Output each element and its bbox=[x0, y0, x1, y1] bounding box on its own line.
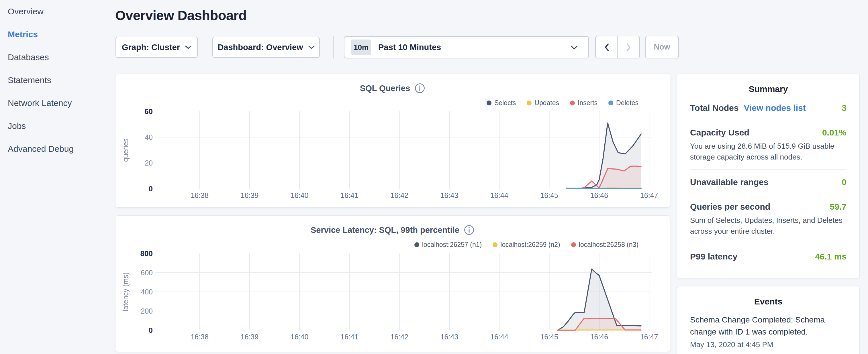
legend-dot-icon bbox=[414, 242, 419, 247]
now-button[interactable]: Now bbox=[645, 36, 679, 58]
dashboard-dropdown[interactable]: Dashboard: Overview bbox=[212, 37, 320, 58]
sidebar-item-overview[interactable]: Overview bbox=[0, 0, 115, 23]
events-heading: Events bbox=[690, 297, 846, 307]
chart-title: Service Latency: SQL, 99th percentile bbox=[311, 225, 459, 235]
legend-item: localhost:26257 (n1) bbox=[414, 241, 482, 249]
summary-section: Total NodesView nodes list3 bbox=[690, 94, 846, 120]
y-tick-label: 0 bbox=[149, 185, 153, 193]
sidebar-nav: OverviewMetricsDatabasesStatementsNetwor… bbox=[0, 0, 115, 354]
y-tick-label: 400 bbox=[141, 288, 153, 296]
sidebar-item-statements[interactable]: Statements bbox=[0, 69, 115, 92]
chevron-left-icon bbox=[604, 43, 609, 52]
x-tick-label: 16:46 bbox=[590, 333, 608, 341]
y-tick-label: 600 bbox=[141, 269, 153, 277]
x-tick-label: 16:45 bbox=[540, 191, 558, 199]
x-tick-label: 16:44 bbox=[490, 333, 508, 341]
legend-dot-icon bbox=[487, 100, 492, 105]
summary-heading: Summary bbox=[690, 84, 846, 94]
summary-label: P99 latency bbox=[690, 252, 737, 261]
chart-legend: localhost:26257 (n1)localhost:26259 (n2)… bbox=[403, 241, 639, 249]
chevron-down-icon bbox=[308, 45, 315, 49]
summary-section: Queries per second59.7Sum of Selects, Up… bbox=[690, 194, 846, 244]
x-tick-label: 16:38 bbox=[191, 333, 209, 341]
summary-value: 3 bbox=[842, 103, 846, 113]
chevron-down-icon bbox=[570, 45, 578, 50]
legend-dot-icon bbox=[527, 100, 532, 105]
legend-label: Deletes bbox=[616, 99, 639, 107]
y-tick-label: 60 bbox=[145, 107, 153, 116]
legend-dot-icon bbox=[493, 242, 497, 247]
summary-section: Unavailable ranges0 bbox=[690, 169, 846, 194]
summary-value: 0 bbox=[842, 177, 846, 187]
summary-value: 46.1 ms bbox=[815, 252, 846, 261]
legend-item: Deletes bbox=[608, 99, 639, 107]
legend-item: Selects bbox=[487, 99, 516, 107]
event-message: Schema Change Completed: Schema change w… bbox=[690, 314, 846, 338]
x-tick-label: 16:44 bbox=[490, 191, 508, 199]
sidebar-item-metrics[interactable]: Metrics bbox=[0, 23, 115, 46]
y-axis-unit-label: latency (ms) bbox=[122, 272, 129, 311]
x-tick-label: 16:39 bbox=[241, 191, 259, 199]
info-icon[interactable] bbox=[414, 83, 426, 94]
summary-value: 0.01% bbox=[822, 128, 846, 137]
view-nodes-list-link[interactable]: View nodes list bbox=[744, 103, 806, 113]
y-tick-label: 800 bbox=[141, 249, 153, 258]
x-tick-label: 16:45 bbox=[540, 333, 558, 341]
dashboard-dropdown-label: Dashboard: Overview bbox=[217, 43, 303, 52]
summary-value: 59.7 bbox=[830, 202, 846, 212]
time-step-buttons bbox=[595, 36, 640, 58]
y-tick-label: 0 bbox=[149, 326, 153, 334]
summary-section: P99 latency46.1 ms bbox=[690, 244, 846, 268]
time-forward-button[interactable] bbox=[618, 36, 639, 58]
time-window-label: Past 10 Minutes bbox=[378, 43, 441, 52]
x-tick-label: 16:47 bbox=[640, 333, 658, 341]
legend-label: localhost:26257 (n1) bbox=[422, 241, 482, 249]
summary-section: Capacity Used0.01%You are using 28.6 MiB… bbox=[690, 120, 846, 169]
summary-label: Capacity Used bbox=[690, 128, 749, 137]
time-window-picker[interactable]: 10m Past 10 Minutes bbox=[344, 36, 589, 58]
summary-panel: Summary Total NodesView nodes list3Capac… bbox=[677, 74, 860, 279]
x-tick-label: 16:42 bbox=[390, 333, 408, 341]
legend-label: Inserts bbox=[578, 99, 597, 107]
legend-item: localhost:26259 (n2) bbox=[493, 241, 560, 249]
x-tick-label: 16:47 bbox=[640, 191, 658, 199]
y-axis-unit-label: queries bbox=[122, 138, 129, 162]
y-tick-label: 20 bbox=[145, 159, 153, 167]
summary-label: Total Nodes bbox=[690, 103, 739, 113]
chart-legend: SelectsUpdatesInsertsDeletes bbox=[476, 99, 639, 107]
x-tick-label: 16:43 bbox=[440, 333, 459, 341]
chevron-right-icon bbox=[626, 43, 631, 52]
legend-item: Updates bbox=[527, 99, 559, 107]
chart-title: SQL Queries bbox=[360, 84, 410, 93]
event-timestamp: May 13, 2020 at 4:45 PM bbox=[690, 340, 846, 349]
service-latency-chart-card: Service Latency: SQL, 99th percentile lo… bbox=[115, 215, 670, 352]
sql-queries-chart-card: SQL Queries SelectsUpdatesInsertsDeletes… bbox=[115, 74, 670, 207]
x-tick-label: 16:43 bbox=[440, 191, 459, 199]
legend-item: Inserts bbox=[570, 99, 597, 107]
legend-label: Updates bbox=[534, 99, 559, 107]
time-back-button[interactable] bbox=[596, 36, 618, 58]
graph-scope-dropdown-label: Graph: Cluster bbox=[122, 43, 180, 52]
x-tick-label: 16:39 bbox=[241, 333, 259, 341]
sidebar-item-advanced-debug[interactable]: Advanced Debug bbox=[0, 137, 115, 160]
graph-scope-dropdown[interactable]: Graph: Cluster bbox=[116, 37, 198, 58]
legend-dot-icon bbox=[571, 242, 576, 247]
chevron-down-icon bbox=[185, 45, 191, 49]
sidebar-item-network-latency[interactable]: Network Latency bbox=[0, 92, 115, 115]
events-panel: Events Schema Change Completed: Schema c… bbox=[677, 286, 860, 354]
info-icon[interactable] bbox=[463, 224, 475, 236]
sidebar-item-jobs[interactable]: Jobs bbox=[0, 115, 115, 137]
toolbar-divider bbox=[333, 36, 334, 58]
summary-description: You are using 28.6 MiB of 515.9 GiB usab… bbox=[690, 141, 846, 162]
time-window-badge: 10m bbox=[351, 39, 371, 55]
summary-label: Unavailable ranges bbox=[690, 177, 768, 187]
legend-dot-icon bbox=[608, 100, 613, 105]
sidebar-item-databases[interactable]: Databases bbox=[0, 46, 115, 69]
y-tick-label: 40 bbox=[145, 133, 153, 141]
summary-description: Sum of Selects, Updates, Inserts, and De… bbox=[690, 215, 846, 236]
legend-dot-icon bbox=[570, 100, 575, 105]
x-tick-label: 16:40 bbox=[290, 333, 309, 341]
legend-item: localhost:26258 (n3) bbox=[571, 241, 639, 249]
page-title: Overview Dashboard bbox=[115, 7, 247, 23]
x-tick-label: 16:42 bbox=[390, 191, 408, 199]
